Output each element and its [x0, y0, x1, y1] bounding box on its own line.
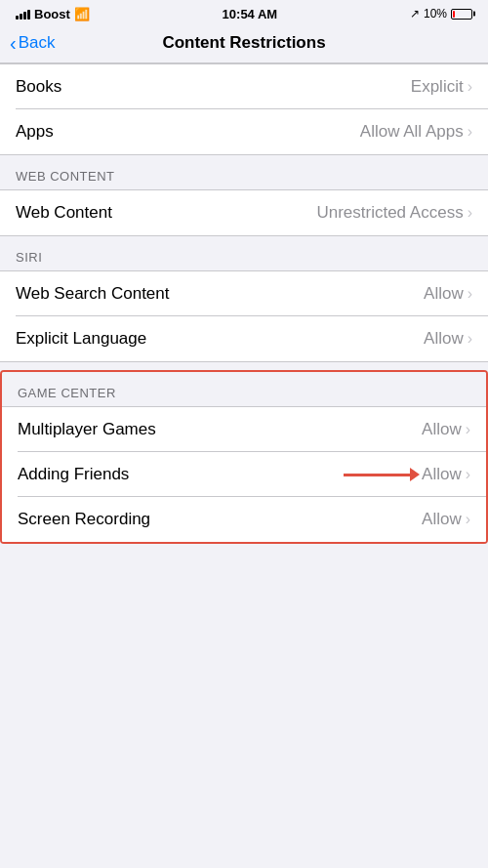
- web-content-row[interactable]: Web Content Unrestricted Access ›: [0, 190, 488, 235]
- game-center-section: GAME CENTER Multiplayer Games Allow › Ad…: [0, 370, 488, 544]
- chevron-right-icon-2: ›: [468, 123, 472, 141]
- adding-friends-value: Allow ›: [344, 465, 470, 484]
- web-content-value: Unrestricted Access ›: [316, 203, 472, 223]
- chevron-right-icon-8: ›: [466, 511, 470, 528]
- web-search-content-label: Web Search Content: [16, 284, 170, 304]
- nav-bar: ‹ Back Content Restrictions: [0, 27, 488, 63]
- web-content-value-text: Unrestricted Access: [316, 203, 463, 223]
- status-left: Boost 📶: [16, 7, 90, 21]
- back-chevron-icon: ‹: [10, 33, 17, 53]
- nav-direction-icon: ↗: [410, 7, 420, 21]
- chevron-right-icon-4: ›: [468, 285, 472, 303]
- section-top: Books Explicit › Apps Allow All Apps ›: [0, 63, 488, 155]
- screen-recording-value-text: Allow: [422, 510, 462, 529]
- signal-bar-4: [27, 10, 30, 20]
- signal-bar-1: [16, 16, 19, 20]
- back-label: Back: [19, 33, 56, 53]
- apps-row[interactable]: Apps Allow All Apps ›: [0, 109, 488, 154]
- apps-value-text: Allow All Apps: [360, 122, 464, 142]
- signal-bar-3: [23, 12, 26, 20]
- adding-friends-value-text: Allow: [422, 465, 462, 484]
- web-content-header: WEB CONTENT: [0, 155, 488, 189]
- section-siri-body: Web Search Content Allow › Explicit Lang…: [0, 270, 488, 362]
- status-bar: Boost 📶 10:54 AM ↗ 10%: [0, 0, 488, 27]
- explicit-language-value-text: Allow: [424, 329, 464, 349]
- section-web-content-body: Web Content Unrestricted Access ›: [0, 189, 488, 236]
- explicit-language-value: Allow ›: [424, 329, 472, 349]
- section-siri: SIRI Web Search Content Allow › Explicit…: [0, 236, 488, 362]
- arrow-indicator: [344, 474, 412, 476]
- multiplayer-games-row[interactable]: Multiplayer Games Allow ›: [2, 407, 486, 452]
- adding-friends-row[interactable]: Adding Friends Allow ›: [2, 452, 486, 497]
- screen-recording-row[interactable]: Screen Recording Allow ›: [2, 497, 486, 542]
- siri-header: SIRI: [0, 236, 488, 270]
- chevron-right-icon-6: ›: [466, 421, 470, 438]
- web-search-content-value: Allow ›: [424, 284, 472, 304]
- arrow-line-icon: [344, 474, 412, 476]
- apps-label: Apps: [16, 122, 54, 142]
- books-label: Books: [16, 77, 61, 97]
- multiplayer-games-value-text: Allow: [422, 420, 462, 439]
- battery-percent: 10%: [424, 7, 447, 21]
- books-value-text: Explicit: [411, 77, 464, 97]
- carrier-label: Boost: [34, 7, 70, 21]
- status-time: 10:54 AM: [223, 7, 278, 21]
- web-search-content-value-text: Allow: [424, 284, 464, 304]
- chevron-right-icon-3: ›: [468, 204, 472, 222]
- section-top-body: Books Explicit › Apps Allow All Apps ›: [0, 63, 488, 155]
- signal-bars-icon: [16, 8, 30, 20]
- screen-recording-value: Allow ›: [422, 510, 470, 529]
- wifi-icon: 📶: [74, 7, 90, 21]
- apps-value: Allow All Apps ›: [360, 122, 472, 142]
- multiplayer-games-value: Allow ›: [422, 420, 470, 439]
- explicit-language-row[interactable]: Explicit Language Allow ›: [0, 316, 488, 361]
- chevron-right-icon-5: ›: [468, 330, 472, 348]
- chevron-right-icon-7: ›: [466, 466, 470, 483]
- status-right: ↗ 10%: [410, 7, 472, 21]
- section-web-content: WEB CONTENT Web Content Unrestricted Acc…: [0, 155, 488, 236]
- adding-friends-label: Adding Friends: [18, 465, 129, 484]
- explicit-language-label: Explicit Language: [16, 329, 146, 349]
- battery-icon: [451, 9, 472, 20]
- chevron-right-icon: ›: [468, 78, 472, 96]
- multiplayer-games-label: Multiplayer Games: [18, 420, 156, 439]
- back-button[interactable]: ‹ Back: [10, 33, 55, 53]
- web-content-label: Web Content: [16, 203, 112, 223]
- screen-recording-label: Screen Recording: [18, 510, 150, 529]
- signal-bar-2: [20, 14, 22, 20]
- books-value: Explicit ›: [411, 77, 472, 97]
- section-game-center-body: Multiplayer Games Allow › Adding Friends…: [2, 406, 486, 542]
- game-center-header: GAME CENTER: [2, 372, 486, 406]
- books-row[interactable]: Books Explicit ›: [0, 64, 488, 109]
- web-search-content-row[interactable]: Web Search Content Allow ›: [0, 271, 488, 316]
- page-title: Content Restrictions: [162, 33, 325, 53]
